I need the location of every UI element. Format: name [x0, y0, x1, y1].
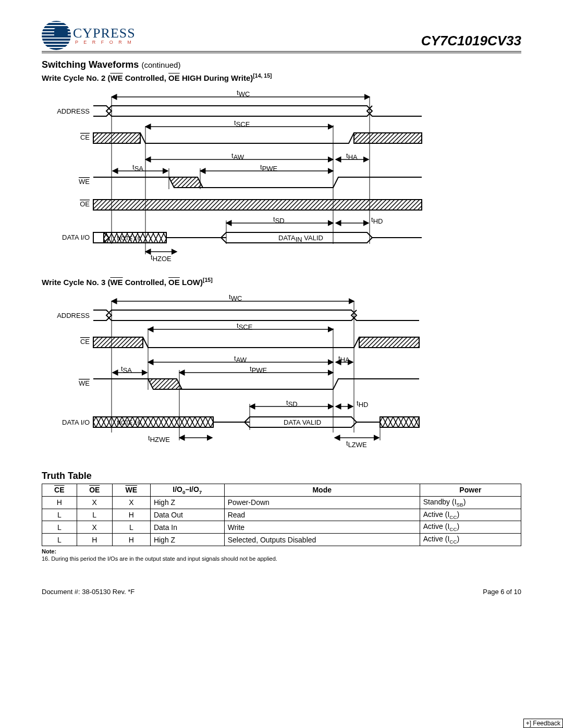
svg-text:DATAIN VALID: DATAIN VALID	[278, 234, 323, 243]
svg-text:OE: OE	[80, 200, 90, 208]
svg-text:CE: CE	[80, 133, 90, 141]
svg-text:tSD: tSD	[286, 399, 298, 408]
table-row: LLHData OutReadActive (ICC)	[42, 509, 521, 521]
truth-table: CE OE WE I/O0–I/O7 Mode Power HXXHigh ZP…	[42, 484, 521, 546]
svg-text:WE: WE	[79, 178, 90, 186]
page-header: CYPRESS P E R F O R M CY7C1019CV33	[42, 21, 521, 53]
svg-text:tSCE: tSCE	[234, 119, 250, 128]
write-cycle-3-diagram: tWC ADDRESS tSCE CE tAW tHA tSA tPWE WE …	[44, 292, 440, 455]
truth-table-title: Truth Table	[42, 471, 521, 482]
diagram2-title: Write Cycle No. 2 (WE Controlled, OE HIG…	[42, 72, 521, 82]
page-number: Page 6 of 10	[483, 588, 521, 596]
svg-text:tHD: tHD	[371, 216, 383, 225]
brand-name: CYPRESS	[73, 27, 136, 40]
svg-text:tWC: tWC	[229, 293, 242, 302]
svg-text:tHA: tHA	[346, 152, 358, 161]
svg-text:tSA: tSA	[132, 163, 143, 172]
cypress-globe-icon	[42, 21, 71, 50]
svg-rect-70	[380, 417, 419, 427]
table-row: LXLData InWriteActive (ICC)	[42, 521, 521, 534]
svg-text:tHZOE: tHZOE	[151, 253, 172, 263]
svg-rect-31	[104, 232, 166, 243]
svg-text:tPWE: tPWE	[260, 163, 278, 172]
svg-text:tSA: tSA	[121, 365, 132, 374]
note-text: 16. During this period the I/Os are in t…	[42, 556, 521, 562]
svg-text:tHA: tHA	[338, 354, 350, 364]
svg-text:tPWE: tPWE	[250, 365, 267, 374]
svg-text:tSD: tSD	[273, 215, 285, 225]
svg-text:DATA I/O: DATA I/O	[62, 233, 90, 241]
doc-number: Document #: 38-05130 Rev. *F	[42, 588, 134, 596]
table-row: LHHHigh ZSelected, Outputs DisabledActiv…	[42, 534, 521, 546]
svg-text:tAW: tAW	[234, 354, 247, 364]
brand-tagline: P E R F O R M	[73, 40, 136, 45]
page-footer: Document #: 38-05130 Rev. *F Page 6 of 1…	[0, 572, 563, 601]
diagram3-title: Write Cycle No. 3 (WE Controlled, OE LOW…	[42, 277, 521, 287]
svg-text:NOTE 16: NOTE 16	[117, 419, 141, 426]
svg-text:tSCE: tSCE	[237, 322, 253, 331]
svg-text:DATA VALID: DATA VALID	[284, 418, 321, 426]
part-number: CY7C1019CV33	[421, 33, 521, 50]
svg-text:tHD: tHD	[357, 399, 368, 409]
svg-rect-65	[93, 417, 213, 427]
svg-text:tAW: tAW	[231, 152, 244, 161]
svg-text:tWC: tWC	[237, 89, 250, 98]
svg-text:ADDRESS: ADDRESS	[57, 107, 90, 115]
svg-rect-23	[93, 200, 422, 210]
section-title: Switching Waveforms (continued)	[42, 59, 521, 70]
note-heading: Note:	[42, 548, 521, 554]
svg-rect-10	[354, 133, 422, 143]
brand-logo: CYPRESS P E R F O R M	[42, 21, 136, 50]
svg-rect-9	[93, 133, 140, 143]
write-cycle-2-diagram: tWC ADDRESS tSCE CE tAW tHA tSA tPWE WE	[44, 88, 440, 266]
svg-rect-47	[359, 337, 419, 348]
svg-text:tHZWE: tHZWE	[148, 434, 170, 443]
svg-text:tLZWE: tLZWE	[346, 439, 367, 449]
svg-rect-46	[93, 337, 143, 348]
table-row: HXXHigh ZPower-DownStandby (ISB)	[42, 496, 521, 509]
svg-text:CE: CE	[80, 338, 90, 346]
svg-text:WE: WE	[79, 379, 90, 387]
svg-text:DATA  I/O: DATA I/O	[62, 418, 90, 426]
svg-text:ADDRESS: ADDRESS	[57, 312, 90, 319]
